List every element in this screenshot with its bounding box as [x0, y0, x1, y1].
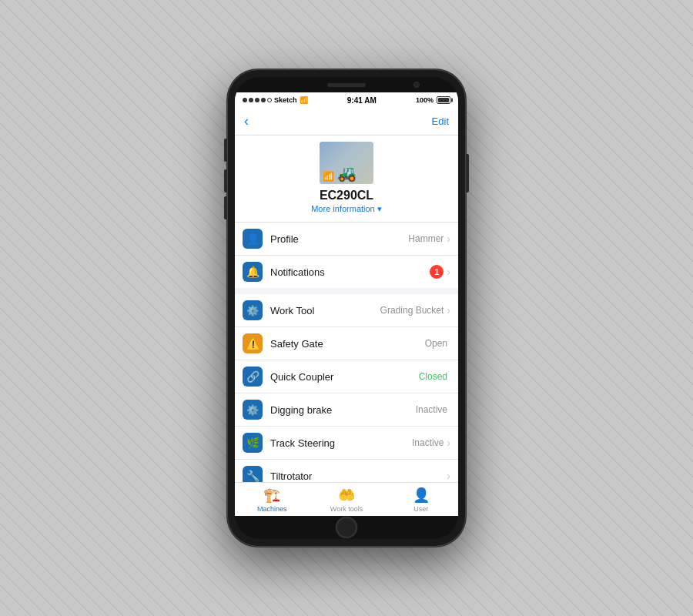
camera-dot	[413, 82, 420, 88]
work-tool-icon: ⚙️	[243, 300, 263, 320]
work-tool-value: Grading Bucket	[380, 305, 444, 316]
signal-overlay-icon: 📶	[323, 171, 334, 182]
speaker-slot	[327, 83, 366, 87]
signal-dot-4	[261, 98, 266, 102]
tab-bar: 🏗️ Machines 🤲 Work tools 👤 User	[235, 482, 458, 516]
home-button-area	[235, 516, 458, 539]
profile-chevron-icon: ›	[447, 233, 450, 245]
work-tools-tab-label: Work tools	[330, 505, 363, 513]
digging-brake-icon: ⚙️	[243, 400, 263, 420]
machine-name: EC290CL	[320, 189, 373, 203]
phone-top-bar	[235, 77, 458, 92]
machine-header: 🚜 📶 EC290CL More information ▾	[235, 136, 458, 223]
digging-brake-value: Inactive	[416, 404, 447, 415]
tab-machines[interactable]: 🏗️ Machines	[235, 487, 310, 513]
safety-gate-label: Safety Gate	[270, 338, 425, 350]
menu-item-notifications[interactable]: 🔔 Notifications 1 ›	[235, 256, 458, 288]
menu-item-safety-gate[interactable]: ⚠️ Safety Gate Open	[235, 327, 458, 360]
work-tool-chevron-icon: ›	[447, 304, 450, 316]
profile-label: Profile	[270, 233, 408, 245]
signal-dot-2	[249, 98, 253, 102]
battery-percent: 100%	[416, 96, 434, 104]
profile-value: Hammer	[408, 233, 444, 244]
tab-work-tools[interactable]: 🤲 Work tools	[310, 487, 384, 513]
signal-dots	[243, 98, 272, 102]
menu-item-track-steering[interactable]: 🌿 Track Steering Inactive ›	[235, 427, 458, 460]
screen: Sketch 📶 9:41 AM 100% ‹ Edit	[235, 92, 458, 516]
user-tab-icon: 👤	[413, 487, 430, 504]
machine-image-excavator: 🚜	[337, 164, 357, 182]
safety-gate-icon: ⚠️	[243, 333, 263, 353]
tab-user[interactable]: 👤 User	[383, 487, 458, 513]
status-time: 9:41 AM	[347, 96, 377, 105]
menu-item-digging-brake[interactable]: ⚙️ Digging brake Inactive	[235, 393, 458, 427]
notifications-label: Notifications	[270, 266, 430, 278]
carrier-label: Sketch	[274, 96, 297, 104]
menu-item-profile[interactable]: 👤 Profile Hammer ›	[235, 223, 458, 256]
quick-coupler-label: Quick Coupler	[270, 371, 419, 383]
edit-button[interactable]: Edit	[432, 116, 449, 127]
battery-fill	[438, 98, 449, 102]
menu-item-tiltrotator[interactable]: 🔧 Tiltrotator ›	[235, 460, 458, 482]
menu-list: 👤 Profile Hammer › 🔔 Notifications 1 ›	[235, 223, 458, 482]
wifi-icon: 📶	[300, 96, 308, 104]
status-bar: Sketch 📶 9:41 AM 100%	[235, 92, 458, 108]
menu-section-2: ⚙️ Work Tool Grading Bucket › ⚠️ Safety …	[235, 294, 458, 482]
work-tool-label: Work Tool	[270, 305, 380, 316]
signal-dot-3	[255, 98, 259, 102]
quick-coupler-value: Closed	[419, 371, 447, 382]
status-right: 100%	[416, 96, 450, 104]
safety-gate-value: Open	[425, 338, 447, 349]
track-steering-icon: 🌿	[243, 433, 263, 453]
machine-info-link[interactable]: More information ▾	[311, 204, 382, 214]
back-button[interactable]: ‹	[244, 113, 249, 129]
machine-image: 🚜 📶	[320, 142, 373, 184]
notifications-icon: 🔔	[243, 262, 263, 282]
battery-icon	[437, 96, 450, 104]
home-button[interactable]	[336, 517, 357, 538]
signal-dot-1	[243, 98, 247, 102]
digging-brake-label: Digging brake	[270, 404, 416, 416]
menu-section-1: 👤 Profile Hammer › 🔔 Notifications 1 ›	[235, 223, 458, 288]
track-steering-value: Inactive	[412, 437, 444, 448]
tiltrotator-label: Tiltrotator	[270, 470, 447, 482]
phone-device: Sketch 📶 9:41 AM 100% ‹ Edit	[227, 69, 466, 547]
user-tab-label: User	[413, 505, 428, 513]
tiltrotator-chevron-icon: ›	[447, 470, 450, 482]
signal-dot-5	[267, 98, 272, 102]
quick-coupler-icon: 🔗	[243, 367, 263, 387]
tiltrotator-icon: 🔧	[243, 466, 263, 482]
work-tools-tab-icon: 🤲	[338, 487, 355, 504]
notifications-chevron-icon: ›	[447, 266, 450, 278]
menu-item-quick-coupler[interactable]: 🔗 Quick Coupler Closed	[235, 360, 458, 393]
nav-bar: ‹ Edit	[235, 108, 458, 136]
track-steering-chevron-icon: ›	[447, 437, 450, 449]
track-steering-label: Track Steering	[270, 437, 412, 449]
machines-tab-icon: 🏗️	[263, 487, 280, 504]
machines-tab-label: Machines	[257, 505, 287, 513]
profile-icon: 👤	[243, 229, 263, 249]
notifications-badge: 1	[430, 265, 444, 279]
status-left: Sketch 📶	[243, 96, 308, 104]
menu-item-work-tool[interactable]: ⚙️ Work Tool Grading Bucket ›	[235, 294, 458, 327]
